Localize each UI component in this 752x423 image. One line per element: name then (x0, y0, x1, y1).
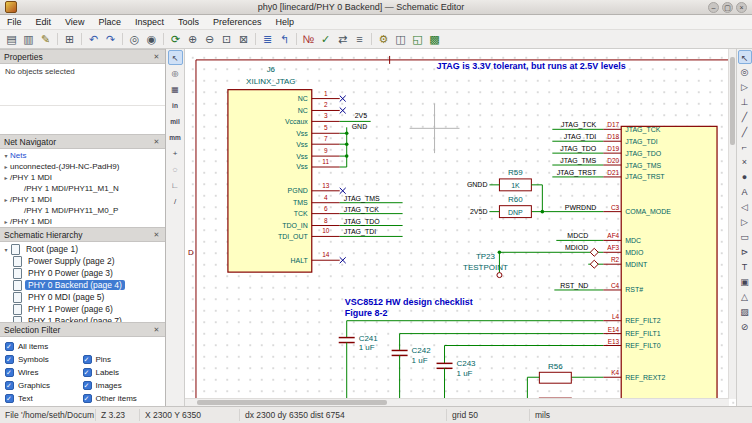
net-label-jtag-tms[interactable]: JTAG_TMS (344, 195, 380, 203)
selection-tool-icon[interactable]: ↖ (168, 50, 183, 65)
footprint-editor-icon[interactable]: ◱ (409, 32, 426, 47)
cursor-shape-icon[interactable]: + (168, 146, 183, 161)
filter-text[interactable]: Text (5, 392, 83, 405)
units-mm-icon[interactable]: mm (168, 130, 183, 145)
erc-icon[interactable]: ✓ (317, 32, 334, 47)
ic-vsc8512[interactable]: D17JTAG_TCK D18JTAG_TDI D19JTAG_TDO D20J… (603, 121, 717, 406)
zoom-in-icon[interactable]: ⊕ (184, 32, 201, 47)
close-button[interactable]: × (736, 2, 747, 13)
undo-icon[interactable]: ↶ (85, 32, 102, 47)
symbol-library-icon[interactable]: ◫ (392, 32, 409, 47)
jtag-note-text[interactable]: JTAG is 3.3V tolerant, but runs at 2.5V … (437, 61, 626, 71)
hierarchy-item[interactable]: PHY 1 Backend (page 7) (2, 315, 163, 322)
j6-value[interactable]: XILINX_JTAG (246, 77, 295, 86)
close-icon[interactable]: ✕ (152, 138, 161, 146)
zoom-out-icon[interactable]: ⊖ (201, 32, 218, 47)
find-icon[interactable]: ◎ (126, 32, 143, 47)
expander-icon[interactable]: ▾ (2, 152, 10, 159)
net-label-gndd[interactable]: GNDD (467, 181, 488, 188)
filter-other-items[interactable]: Other items (83, 392, 161, 405)
wire-entry-icon[interactable]: ⌐ (738, 140, 752, 154)
horizontal-scrollbar[interactable] (185, 398, 729, 406)
net-label-jtag-trst[interactable]: JTAG_TRST (557, 169, 597, 177)
net-label-jtag-tdi[interactable]: JTAG_TDI (564, 133, 596, 141)
highlight-net-icon[interactable]: ◎ (738, 65, 752, 79)
annotate-icon[interactable]: № (300, 32, 317, 47)
capacitor-c243[interactable]: C243 1 uF (437, 346, 477, 406)
hierarchy-item[interactable]: PHY 0 Power (page 3) (2, 267, 163, 279)
print-icon[interactable]: ▥ (20, 32, 37, 47)
symbol-editor-icon[interactable]: ⚙ (375, 32, 392, 47)
net-label-jtag-tdo[interactable]: JTAG_TDO (344, 218, 381, 226)
expander-icon[interactable]: ▸ (2, 174, 10, 181)
menu-view[interactable]: View (58, 17, 91, 27)
capacitor-c242[interactable]: C242 1 uF (392, 334, 432, 406)
leave-sheet-icon[interactable]: ↰ (276, 32, 293, 47)
net-tree-item[interactable]: ▸ /PHY 1 MDI (2, 194, 163, 205)
no-connect-flags[interactable] (340, 96, 346, 264)
net-label-jtag-tck[interactable]: JTAG_TCK (561, 121, 597, 129)
find-replace-icon[interactable]: ◉ (143, 32, 160, 47)
checkbox-icon[interactable] (5, 381, 14, 390)
net-label-2v5[interactable]: 2V5 (355, 112, 368, 119)
global-label-icon[interactable]: ◁ (738, 200, 752, 214)
hidden-pins-icon[interactable]: ◌ (168, 162, 183, 177)
net-label-icon[interactable]: A (738, 185, 752, 199)
expander-icon[interactable]: ▸ (2, 196, 10, 203)
net-tree-item[interactable]: ▸ /PHY 1 MDI (2, 216, 163, 227)
bus-tool-icon[interactable]: ╱ (738, 125, 752, 139)
global-label-marker[interactable] (590, 248, 598, 256)
net-label-gnd[interactable]: GND (352, 123, 368, 130)
resistor-r59[interactable]: R59 1K (499, 168, 531, 191)
ic-wiring[interactable]: JTAG_TCK JTAG_TDI JTAG_TDO JTAG_TMS JTAG… (347, 121, 604, 377)
menu-help[interactable]: Help (268, 17, 301, 27)
filter-wires[interactable]: Wires (5, 366, 83, 379)
hierarchy-item-root[interactable]: ▾ Root (page 1) (2, 243, 163, 255)
net-tree-item[interactable]: /PHY 1 MDI/PHY11_M1_N (2, 183, 163, 194)
checkbox-icon[interactable] (83, 355, 92, 364)
schematic-canvas[interactable]: D JTAG is 3.3V tolerant, but runs at 2.5… (185, 49, 736, 406)
zoom-fit-icon[interactable]: ⊡ (218, 32, 235, 47)
image-icon[interactable]: ▨ (738, 305, 752, 319)
menu-file[interactable]: File (0, 17, 29, 27)
text-icon[interactable]: T (738, 260, 752, 274)
highlight-net-icon[interactable]: ◎ (168, 66, 183, 81)
schematic-drawing[interactable]: D JTAG is 3.3V tolerant, but runs at 2.5… (185, 49, 736, 406)
wire-tool-icon[interactable]: ╱ (738, 110, 752, 124)
capacitor-c241[interactable]: C241 1 uF (339, 321, 379, 406)
net-tree-item[interactable]: ▸ unconnected-(J9H-NC-PadH9) (2, 161, 163, 172)
close-icon[interactable]: ✕ (152, 231, 161, 239)
no-connect-icon[interactable]: × (738, 155, 752, 169)
net-tree-item[interactable]: /PHY 1 MDI/PHY11_M0_P (2, 205, 163, 216)
checkbox-icon[interactable] (5, 355, 14, 364)
hierarchy-item[interactable]: Power Supply (page 2) (2, 255, 163, 267)
units-inches-icon[interactable]: in (168, 98, 183, 113)
vertical-scrollbar[interactable] (728, 49, 736, 399)
sheet-icon[interactable]: ▭ (738, 230, 752, 244)
hierarchy-navigator-icon[interactable]: ≣ (259, 32, 276, 47)
hv-wires-icon[interactable]: ∟ (168, 178, 183, 193)
zoom-selection-icon[interactable]: ⊠ (235, 32, 252, 47)
shape-icon[interactable]: △ (738, 290, 752, 304)
net-tree-item[interactable]: ▸ /PHY 1 MDI (2, 172, 163, 183)
menu-preferences[interactable]: Preferences (206, 17, 269, 27)
assign-footprints-icon[interactable]: ⇄ (334, 32, 351, 47)
filter-pins[interactable]: Pins (83, 353, 161, 366)
net-label-rst-nd[interactable]: RST_ND (560, 282, 588, 290)
net-label-jtag-tms[interactable]: JTAG_TMS (560, 157, 596, 165)
pcb-editor-icon[interactable]: ▩ (426, 32, 443, 47)
expander-icon[interactable]: ▸ (2, 163, 10, 170)
hierarchy-item[interactable]: PHY 0 MDI (page 5) (2, 291, 163, 303)
net-label-jtag-tdi[interactable]: JTAG_TDI (344, 228, 376, 236)
checkbox-icon[interactable] (5, 394, 14, 403)
net-label-jtag-tdo[interactable]: JTAG_TDO (560, 145, 597, 153)
sheet-pin-icon[interactable]: ⊳ (738, 245, 752, 259)
textbox-icon[interactable]: ▣ (738, 275, 752, 289)
net-label-2v5d[interactable]: 2V5D (470, 208, 487, 215)
horizontal-scrollbar-thumb[interactable] (197, 400, 387, 405)
checkbox-icon[interactable] (5, 368, 14, 377)
sheet-settings-icon[interactable]: ▤ (3, 32, 20, 47)
hierarchy-item[interactable]: PHY 1 Power (page 6) (2, 303, 163, 315)
j6-reference[interactable]: J6 (267, 65, 276, 74)
checkbox-icon[interactable] (83, 381, 92, 390)
